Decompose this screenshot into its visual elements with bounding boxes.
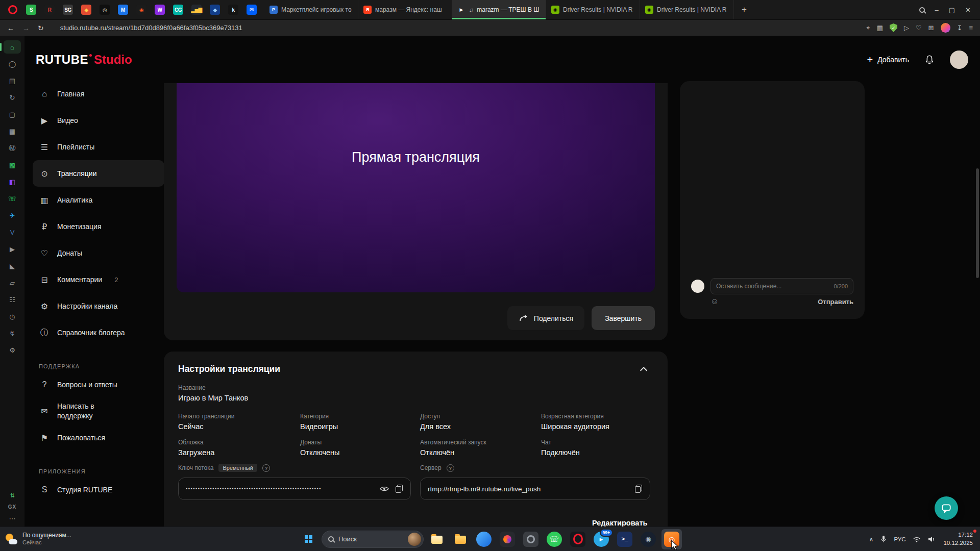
add-button[interactable]: + Добавить bbox=[867, 55, 909, 65]
downloads-icon[interactable]: ↧ bbox=[957, 24, 963, 32]
vk-icon[interactable]: V bbox=[4, 226, 21, 239]
send-message-button[interactable]: Отправить bbox=[818, 298, 853, 306]
reload-button[interactable]: ↻ bbox=[38, 24, 44, 32]
speaker-icon[interactable] bbox=[928, 536, 936, 542]
window-close-button[interactable]: ✕ bbox=[965, 7, 971, 13]
pinned-tab-mail[interactable]: ✉ bbox=[244, 2, 259, 17]
back-button[interactable]: ← bbox=[7, 24, 14, 32]
history-icon[interactable]: ↻ bbox=[4, 91, 21, 104]
panels-icon[interactable]: ▦ bbox=[877, 24, 883, 32]
collapse-chevron-icon[interactable] bbox=[640, 367, 647, 374]
microphone-icon[interactable] bbox=[880, 535, 887, 543]
taskbar-app-camera[interactable] bbox=[521, 529, 541, 549]
stream-key-label: Ключ потока bbox=[178, 464, 213, 471]
tab-video-playing[interactable]: ▶ ♫ marazm — ТРЕШ В Ш bbox=[452, 0, 546, 19]
calendar-icon[interactable]: ▦ bbox=[4, 124, 21, 138]
pinned-tab-dark-circle[interactable]: ◎ bbox=[97, 2, 112, 17]
window-minimize-button[interactable]: – bbox=[935, 7, 939, 13]
send-to-device-icon[interactable]: ▷ bbox=[904, 24, 909, 32]
pinned-tab-teal-cg[interactable]: CG bbox=[170, 2, 186, 17]
emoji-icon[interactable]: ☺ bbox=[710, 297, 719, 306]
adblock-shield-icon[interactable]: ✓ bbox=[890, 23, 897, 32]
tab-nvidia-1[interactable]: ◉ Driver Results | NVIDIA R bbox=[546, 0, 640, 19]
pinned-tab-orange-dot[interactable]: ◉ bbox=[134, 2, 149, 17]
settings-gear-icon[interactable]: ⚙ bbox=[4, 343, 21, 357]
layers-icon[interactable]: ☷ bbox=[4, 293, 21, 306]
whatsapp-icon[interactable]: ☏ bbox=[4, 192, 21, 205]
taskbar-app-folder[interactable] bbox=[450, 529, 471, 549]
folder-icon[interactable]: ▱ bbox=[4, 276, 21, 289]
new-tab-button[interactable]: + bbox=[737, 3, 751, 17]
pinned-tab-red-r[interactable]: R bbox=[42, 2, 57, 17]
gx-corner-icon[interactable]: ◣ bbox=[4, 259, 21, 272]
opera-menu-icon[interactable] bbox=[8, 5, 17, 14]
extensions-icon[interactable]: ⊞ bbox=[928, 24, 934, 32]
network-icon[interactable] bbox=[913, 536, 921, 542]
weather-widget[interactable]: По ощущениям... Сейчас bbox=[0, 532, 117, 546]
edit-settings-button[interactable]: Редактировать bbox=[592, 519, 647, 527]
telegram-icon[interactable]: ✈ bbox=[4, 209, 21, 222]
grid-green-icon[interactable]: ▩ bbox=[4, 158, 21, 171]
taskbar-app-media-player[interactable] bbox=[497, 529, 518, 549]
tab-marketplace[interactable]: P Маркетплейс игровых то bbox=[264, 0, 358, 19]
forward-button[interactable]: → bbox=[22, 24, 30, 32]
server-input[interactable]: rtmp://rtmp-lb.m9.rutube.ru/live_push bbox=[420, 478, 650, 500]
tab-nvidia-2[interactable]: ◉ Driver Results | NVIDIA R bbox=[640, 0, 734, 19]
tray-expand-icon[interactable]: ∧ bbox=[869, 536, 874, 543]
browser-menu-icon[interactable]: ≡ bbox=[969, 24, 973, 32]
pinned-tab-sg[interactable]: SG bbox=[60, 2, 76, 17]
tab-search-icon[interactable] bbox=[919, 7, 925, 13]
taskbar-app-whatsapp[interactable]: ☏ bbox=[544, 529, 565, 549]
chat-message-input[interactable]: Оставить сообщение... 0/200 bbox=[710, 278, 853, 294]
pinned-tab-blue-gem[interactable]: ◆ bbox=[207, 2, 223, 17]
tab-yandex-search[interactable]: Я маразм — Яндекс: наш bbox=[358, 0, 452, 19]
snapshot-icon[interactable]: ▤ bbox=[4, 74, 21, 87]
taskbar-app-explorer[interactable] bbox=[427, 529, 447, 549]
taskbar-app-opera[interactable] bbox=[568, 529, 588, 549]
copy-server-icon[interactable] bbox=[634, 485, 643, 493]
taskbar-search[interactable]: Поиск bbox=[322, 531, 424, 548]
taskbar-app-terminal[interactable]: >_ bbox=[615, 529, 635, 549]
notifications-bell-icon[interactable] bbox=[924, 55, 935, 65]
pinned-tab-purple-w[interactable]: W bbox=[152, 2, 167, 17]
start-button[interactable] bbox=[298, 529, 318, 549]
player-icon[interactable]: ▶ bbox=[4, 242, 21, 256]
taskbar-app-telegram[interactable]: ►99+ bbox=[591, 529, 611, 549]
finish-stream-button[interactable]: Завершить bbox=[592, 306, 655, 330]
flash-icon[interactable]: ↯ bbox=[4, 327, 21, 340]
pin-icon[interactable]: ⌖ bbox=[866, 24, 870, 32]
workspace-home-icon[interactable]: ⌂ bbox=[4, 40, 21, 54]
share-button[interactable]: Поделиться bbox=[507, 306, 584, 330]
clock-icon[interactable]: ◷ bbox=[4, 310, 21, 323]
show-key-eye-icon[interactable] bbox=[380, 486, 389, 492]
taskbar-app-blue[interactable] bbox=[474, 529, 494, 549]
support-chat-fab[interactable] bbox=[935, 496, 958, 520]
copy-key-icon[interactable] bbox=[395, 485, 403, 493]
server-help-icon[interactable] bbox=[447, 464, 454, 472]
twitch-icon[interactable]: ◧ bbox=[4, 175, 21, 188]
window-maximize-button[interactable]: ▢ bbox=[949, 7, 955, 13]
folder-icon bbox=[431, 536, 443, 544]
box-icon[interactable]: ▢ bbox=[4, 108, 21, 121]
url-field[interactable]: studio.rutube.ru/stream/1bd7d0d896f0a66f… bbox=[60, 24, 859, 32]
pinned-tab-green-s[interactable]: S bbox=[23, 2, 39, 17]
user-avatar[interactable] bbox=[950, 51, 968, 69]
network-speed-icon[interactable]: ⇅ bbox=[10, 492, 14, 499]
clock-widget[interactable]: 17:12 10.12.2025 bbox=[943, 531, 973, 547]
bookmark-heart-icon[interactable]: ♡ bbox=[916, 24, 922, 32]
rutube-studio-logo[interactable]: RUTUBE Studio bbox=[36, 53, 132, 67]
page-scrollbar-thumb[interactable] bbox=[976, 168, 979, 278]
pinned-tab-orange-diamond[interactable]: ◆ bbox=[79, 2, 94, 17]
browser-profile-avatar[interactable] bbox=[941, 23, 950, 33]
language-indicator[interactable]: РУС bbox=[894, 536, 905, 542]
sidebar-more-icon[interactable]: ⋯ bbox=[9, 515, 16, 522]
stream-key-input[interactable]: ••••••••••••••••••••••••••••••••••••••••… bbox=[178, 478, 411, 500]
taskbar-app-steam[interactable]: ◉ bbox=[638, 529, 658, 549]
pinned-tab-chart[interactable]: ▂▅▇ bbox=[189, 2, 204, 17]
pinned-tab-k[interactable]: k bbox=[226, 2, 241, 17]
gx-logo[interactable]: GX bbox=[8, 504, 16, 510]
pinned-tab-blue-m[interactable]: M bbox=[115, 2, 131, 17]
messenger-m-icon[interactable]: Ⓜ bbox=[4, 141, 21, 155]
profile-icon[interactable]: ◯ bbox=[4, 57, 21, 70]
stream-key-help-icon[interactable] bbox=[262, 464, 270, 472]
